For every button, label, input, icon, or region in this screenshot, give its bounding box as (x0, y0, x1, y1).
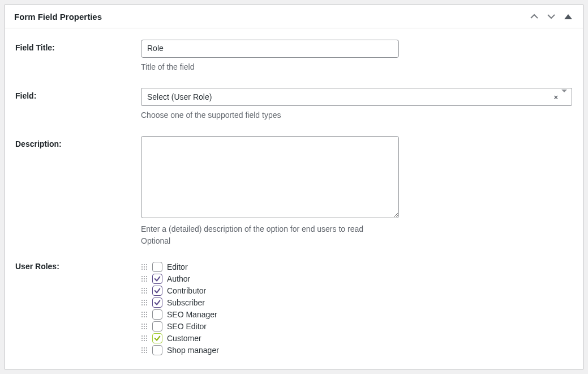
role-checkbox[interactable] (152, 298, 162, 308)
svg-point-36 (141, 312, 143, 313)
role-label: SEO Editor (167, 322, 207, 331)
svg-point-48 (141, 326, 143, 327)
drag-handle-icon[interactable] (141, 274, 148, 283)
clear-selection-icon[interactable]: × (553, 92, 558, 101)
svg-point-32 (146, 302, 147, 303)
field-type-row: Field: Select (User Role) × Choose one o… (15, 88, 573, 121)
user-role-item: SEO Manager (141, 309, 573, 320)
collapse-toggle-icon[interactable] (563, 11, 574, 22)
role-checkbox[interactable] (152, 309, 162, 320)
field-type-label: Field: (15, 88, 141, 100)
user-role-item: Shop manager (141, 345, 573, 355)
svg-point-60 (141, 340, 143, 341)
svg-point-45 (141, 324, 143, 325)
svg-point-67 (144, 350, 145, 351)
svg-point-69 (141, 352, 143, 353)
role-label: Author (167, 274, 190, 283)
svg-point-15 (141, 280, 143, 282)
svg-point-27 (141, 300, 143, 301)
panel-header: Form Field Properties (5, 5, 583, 28)
panel-handle-icons (529, 11, 574, 22)
field-title-label: Field Title: (15, 40, 141, 52)
svg-point-11 (146, 276, 147, 277)
drag-handle-icon[interactable] (141, 298, 148, 307)
svg-point-59 (146, 338, 147, 339)
svg-point-47 (146, 324, 147, 325)
field-type-help: Choose one of the supported field types (141, 109, 573, 121)
role-label: Customer (167, 334, 201, 343)
role-label: Editor (167, 262, 188, 271)
svg-point-30 (141, 302, 143, 303)
user-roles-list: EditorAuthorContributorSubscriberSEO Man… (141, 262, 573, 355)
move-down-icon[interactable] (546, 11, 557, 22)
panel-title: Form Field Properties (14, 12, 529, 22)
svg-point-19 (144, 288, 145, 289)
svg-point-23 (146, 290, 147, 291)
role-checkbox[interactable] (152, 345, 162, 355)
role-label: Subscriber (167, 298, 205, 307)
svg-point-70 (144, 352, 145, 353)
svg-point-62 (146, 340, 147, 341)
svg-point-41 (146, 314, 147, 315)
svg-point-5 (146, 266, 147, 267)
role-checkbox[interactable] (152, 274, 162, 284)
svg-point-2 (146, 264, 147, 265)
svg-point-10 (144, 276, 145, 277)
svg-point-46 (144, 324, 145, 325)
field-title-input[interactable] (141, 40, 399, 58)
svg-point-49 (144, 326, 145, 327)
svg-point-6 (141, 269, 143, 270)
drag-handle-icon[interactable] (141, 334, 148, 343)
description-row: Description: Enter a (detailed) descript… (15, 136, 573, 247)
move-up-icon[interactable] (529, 11, 540, 22)
svg-point-57 (141, 338, 143, 339)
svg-point-20 (146, 288, 147, 289)
description-textarea[interactable] (141, 136, 399, 218)
role-label: Contributor (167, 286, 206, 295)
panel-body: Field Title: Title of the field Field: S… (5, 28, 583, 361)
drag-handle-icon[interactable] (141, 346, 148, 355)
role-label: Shop manager (167, 346, 219, 355)
drag-handle-icon[interactable] (141, 286, 148, 295)
field-title-help: Title of the field (141, 61, 573, 73)
svg-point-28 (144, 300, 145, 301)
svg-point-38 (146, 312, 147, 313)
svg-point-54 (141, 335, 143, 337)
svg-point-37 (144, 312, 145, 313)
svg-point-40 (144, 314, 145, 315)
user-role-item: Author (141, 274, 573, 284)
svg-point-8 (146, 269, 147, 270)
svg-point-16 (144, 280, 145, 282)
svg-point-58 (144, 338, 145, 339)
svg-point-44 (146, 316, 147, 317)
drag-handle-icon[interactable] (141, 262, 148, 271)
svg-point-0 (141, 264, 143, 265)
svg-point-65 (146, 347, 147, 348)
svg-point-51 (141, 328, 143, 329)
svg-point-68 (146, 350, 147, 351)
field-type-select[interactable]: Select (User Role) × (141, 88, 572, 106)
svg-point-9 (141, 276, 143, 277)
drag-handle-icon[interactable] (141, 310, 148, 319)
svg-point-55 (144, 335, 145, 337)
svg-point-42 (141, 316, 143, 317)
user-roles-row: User Roles: EditorAuthorContributorSubsc… (15, 262, 573, 355)
svg-point-39 (141, 314, 143, 315)
svg-point-53 (146, 328, 147, 329)
user-roles-label: User Roles: (15, 262, 141, 271)
user-role-item: Contributor (141, 286, 573, 296)
user-role-item: Customer (141, 333, 573, 343)
role-checkbox[interactable] (152, 333, 162, 343)
svg-point-3 (141, 266, 143, 267)
drag-handle-icon[interactable] (141, 322, 148, 331)
svg-point-7 (144, 269, 145, 270)
role-checkbox[interactable] (152, 321, 162, 332)
svg-point-52 (144, 328, 145, 329)
role-checkbox[interactable] (152, 286, 162, 296)
svg-point-25 (144, 292, 145, 294)
role-checkbox[interactable] (152, 262, 162, 272)
svg-point-31 (144, 302, 145, 303)
field-type-selected-value: Select (User Role) (147, 92, 212, 101)
svg-point-14 (146, 278, 147, 279)
svg-point-66 (141, 350, 143, 351)
